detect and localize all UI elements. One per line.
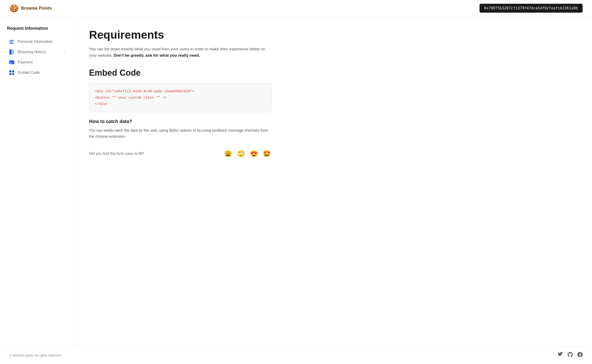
twitter-icon[interactable] xyxy=(558,352,563,358)
feedback-row: Did you find this form easy to fill? 😩 🙄… xyxy=(89,149,272,159)
layout: Request Information Personal Information… xyxy=(0,17,592,346)
how-to-catch-description: You can easily catch the data by the use… xyxy=(89,127,272,139)
sidebar-item-payment[interactable]: Payment xyxy=(7,57,68,67)
emoji-row: 😩 🙄 😍 🤩 xyxy=(223,149,272,159)
grid-icon xyxy=(9,70,14,75)
requirements-description: You can list down exactly what you need … xyxy=(89,46,272,58)
emoji-eyeroll[interactable]: 🙄 xyxy=(236,149,246,159)
header: 🍪 Brownie Points 0x78075b3287cf1379f47dc… xyxy=(0,0,592,17)
logo-emoji: 🍪 xyxy=(9,4,19,13)
sidebar-item-label: Embed Code xyxy=(18,71,66,75)
card-icon xyxy=(9,59,14,65)
code-line-2: <button "" your custom class "" /> xyxy=(95,95,266,101)
emoji-heart-eyes[interactable]: 😍 xyxy=(249,149,259,159)
sidebar-item-label: Payment xyxy=(18,60,66,65)
sidebar: Request Information Personal Information… xyxy=(0,17,75,346)
embed-code-block: <div id="c93ef112-4429-4c30-aabc-13aa699… xyxy=(89,83,272,112)
sidebar-item-personal-information[interactable]: Personal Information xyxy=(7,37,68,47)
github-icon[interactable] xyxy=(568,352,573,358)
logo-text: Brownie Points xyxy=(21,6,52,11)
feedback-question: Did you find this form easy to fill? xyxy=(89,152,144,156)
main-content: Requirements You can list down exactly w… xyxy=(75,17,286,346)
how-to-catch-title: How to catch data? xyxy=(89,119,272,124)
list-icon xyxy=(9,39,14,45)
code-line-1: <div id="c93ef112-4429-4c30-aabc-13aa699… xyxy=(95,88,266,95)
footer-social-icons xyxy=(558,352,583,358)
sidebar-item-browsing-history[interactable]: Browsing History ⌄ xyxy=(7,47,68,57)
requirements-desc-bold: Don't be greedy, ask for what you really… xyxy=(114,53,200,58)
footer: © brownie.points All rights reserved. xyxy=(0,346,592,364)
sidebar-item-embed-code[interactable]: Embed Code xyxy=(7,67,68,78)
chevron-down-icon: ⌄ xyxy=(63,50,66,54)
logo[interactable]: 🍪 Brownie Points xyxy=(9,4,52,13)
requirements-title: Requirements xyxy=(89,28,272,41)
emoji-star-struck[interactable]: 🤩 xyxy=(262,149,272,159)
footer-copyright: © brownie.points All rights reserved. xyxy=(9,353,62,357)
code-line-3: </div> xyxy=(95,101,266,107)
sidebar-title: Request Information xyxy=(7,26,68,31)
wallet-address-badge: 0x78075b3287cf1379f47dca54f92feafcb2361a… xyxy=(480,4,583,13)
sidebar-item-label: Browsing History xyxy=(18,50,60,54)
embed-code-title: Embed Code xyxy=(89,68,272,78)
emoji-tired[interactable]: 😩 xyxy=(223,149,233,159)
facebook-icon[interactable] xyxy=(578,352,583,358)
sidebar-item-label: Personal Information xyxy=(18,39,66,44)
book-icon xyxy=(9,49,14,55)
